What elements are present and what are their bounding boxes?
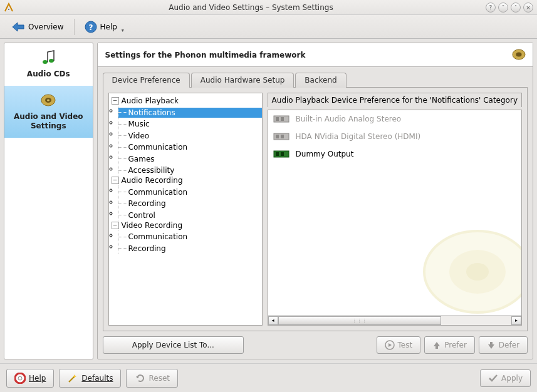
tab-label: Device Preference [112,76,180,85]
tree-group[interactable]: −Video Recording [109,220,262,230]
tree-group-label: Audio Playback [122,96,179,105]
panel-header: Settings for the Phonon multimedia frame… [98,43,533,67]
button-label: Defer [499,341,519,349]
tree-item[interactable]: Recording [118,244,262,254]
help-toolbar-button[interactable]: ? Help ▾ [80,18,129,36]
device-list[interactable]: Built-in Audio Analog StereoHDA NVidia D… [268,110,522,326]
close-window-button[interactable]: × [523,3,533,13]
defer-button[interactable]: Defer [479,336,528,354]
device-row[interactable]: HDA NVidia Digital Stereo (HDMI) [268,128,521,145]
speaker-icon [511,47,526,62]
tree-item[interactable]: Communication [118,142,262,152]
scroll-thumb[interactable]: ⋮⋮⋮ [278,316,442,325]
soundcard-icon [273,149,291,159]
svg-point-5 [49,59,54,63]
svg-point-10 [516,52,522,56]
back-arrow-icon [11,21,25,33]
button-label: Apply [501,374,523,383]
tree-item-label: Accessibility [128,166,175,175]
tree-item[interactable]: Notifications [118,108,262,118]
sidebar-item-label: Audio CDs [7,70,90,80]
device-name: Dummy Output [296,150,354,158]
tree-item-label: Music [128,120,150,128]
tab-label: Backend [305,76,336,85]
tree-item[interactable]: Music [118,119,262,129]
device-row[interactable]: Built-in Audio Analog Stereo [268,110,521,128]
music-note-icon [7,48,90,67]
minimize-button[interactable]: ˅ [498,3,508,13]
toolbar-separator [74,19,75,35]
tab-audio-hardware-setup[interactable]: Audio Hardware Setup [191,73,295,88]
sidebar-item-label: Audio and Video Settings [7,112,90,132]
tab-device-preference[interactable]: Device Preference [103,73,190,88]
tree-group[interactable]: −Audio Recording [109,175,262,185]
tree-item[interactable]: Communication [118,187,262,197]
svg-rect-18 [276,152,279,156]
overview-button[interactable]: Overview [6,19,69,35]
tree-item[interactable]: Control [118,210,262,220]
tree-item-label: Control [128,211,155,220]
scroll-left-arrow[interactable]: ◂ [268,316,278,325]
button-label: Defaults [81,374,113,383]
button-label: Reset [149,374,170,383]
button-label: Test [398,341,413,349]
tab-panel: −Audio PlaybackNotificationsMusicVideoCo… [103,87,528,331]
scroll-right-arrow[interactable]: ▸ [511,316,521,325]
tree-item-label: Communication [128,188,188,197]
tree-item[interactable]: Accessibility [118,165,262,175]
window-title: Audio and Video Settings – System Settin… [16,3,486,12]
tree-expander-icon[interactable]: − [112,222,119,229]
svg-point-1 [8,9,9,10]
sidebar-item-av-settings[interactable]: Audio and Video Settings [4,86,93,138]
device-name: Built-in Audio Analog Stereo [296,115,402,123]
device-name: HDA NVidia Digital Stereo (HDMI) [296,132,421,141]
tree-item[interactable]: Games [118,154,262,164]
tree-item-label: Video [128,132,150,140]
sidebar-item-audio-cds[interactable]: Audio CDs [4,43,93,86]
tree-item[interactable]: Video [118,131,262,141]
horizontal-scrollbar[interactable]: ◂ ⋮⋮⋮ ▸ [268,315,521,325]
play-icon [385,340,395,350]
device-row[interactable]: Dummy Output [268,145,521,163]
tab-bar: Device Preference Audio Hardware Setup B… [103,72,528,87]
svg-point-8 [47,99,50,101]
tree-group[interactable]: −Audio Playback [109,96,262,106]
apply-button[interactable]: Apply [480,369,531,387]
svg-rect-15 [276,135,279,138]
app-icon [4,3,14,13]
svg-point-25 [18,376,22,380]
help-button[interactable]: Help [6,369,54,388]
reset-button[interactable]: Reset [126,369,178,388]
device-list-title: Audio Playback Device Preference for the… [268,93,522,107]
panel-title: Settings for the Phonon multimedia frame… [105,51,306,59]
svg-point-22 [466,263,489,281]
tree-item[interactable]: Communication [118,232,262,242]
help-window-button[interactable]: ? [486,3,496,13]
scroll-track[interactable]: ⋮⋮⋮ [278,316,511,325]
tree-expander-icon[interactable]: − [112,177,119,184]
defaults-button[interactable]: Defaults [59,369,121,388]
bottom-button-bar: Help Defaults Reset Apply [0,363,537,392]
overview-label: Overview [28,23,64,31]
tree-item[interactable]: Recording [118,199,262,209]
undo-icon [134,373,145,384]
test-button[interactable]: Test [377,336,421,354]
help-toolbar-label: Help [100,23,117,31]
tree-group-label: Video Recording [122,221,182,230]
tab-backend[interactable]: Backend [295,73,346,88]
svg-rect-12 [276,117,279,121]
tree-item-label: Communication [128,143,188,152]
sidebar: Audio CDs Audio and Video Settings [4,43,93,359]
maximize-button[interactable]: ˄ [511,3,521,13]
tree-expander-icon[interactable]: − [112,97,119,105]
lifebuoy-icon [14,373,26,384]
check-icon [488,373,498,383]
tree-group-label: Audio Recording [122,176,183,185]
soundcard-disabled-icon [273,114,291,124]
button-label: Prefer [444,341,467,349]
prefer-button[interactable]: Prefer [424,336,475,354]
svg-rect-13 [281,117,284,121]
category-tree[interactable]: −Audio PlaybackNotificationsMusicVideoCo… [108,93,263,326]
apply-device-list-button[interactable]: Apply Device List To... [103,336,244,354]
svg-point-4 [43,60,48,64]
